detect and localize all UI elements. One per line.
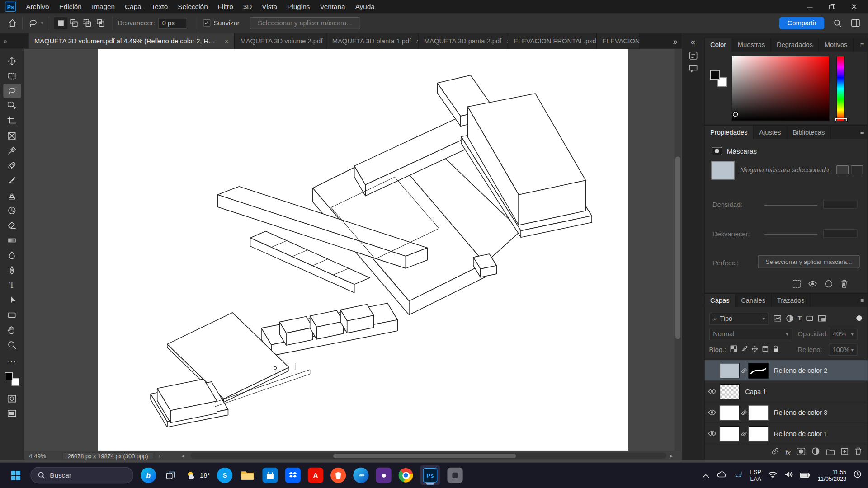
clone-stamp-tool[interactable]: [3, 188, 21, 202]
panel-menu-icon[interactable]: ≡: [860, 38, 864, 51]
home-button[interactable]: [8, 18, 17, 28]
menu-filtro[interactable]: Filtro: [213, 0, 238, 13]
history-panel-icon[interactable]: [682, 49, 704, 62]
layer-row-relleno1[interactable]: Relleno de color 1: [705, 423, 868, 445]
menu-imagen[interactable]: Imagen: [87, 0, 120, 13]
chrome-icon[interactable]: [399, 468, 413, 483]
lock-artboard-icon[interactable]: [762, 345, 769, 355]
panel-menu-icon[interactable]: ≡: [860, 294, 864, 307]
antialias-checkbox[interactable]: ✓: [203, 19, 210, 27]
feather-input[interactable]: [158, 18, 187, 28]
file-explorer-icon[interactable]: [240, 468, 255, 483]
panel-menu-icon[interactable]: ≡: [860, 126, 864, 139]
tab-elevacion-2[interactable]: ELEVACION: [597, 33, 640, 48]
menu-capa[interactable]: Capa: [120, 0, 146, 13]
document-canvas[interactable]: [98, 49, 628, 451]
minimize-button[interactable]: [801, 0, 820, 13]
color-swatches[interactable]: [5, 372, 19, 385]
layer-thumbnail[interactable]: [720, 384, 740, 399]
quick-mask-button[interactable]: [3, 391, 21, 406]
menu-ventana[interactable]: Ventana: [315, 0, 350, 13]
path-selection-tool[interactable]: [3, 293, 21, 307]
brave-icon[interactable]: [330, 468, 346, 483]
blur-tool[interactable]: [3, 248, 21, 263]
horizontal-scrollbar[interactable]: [190, 453, 666, 459]
battery-icon[interactable]: [800, 470, 811, 480]
tab-maqueta-planta1[interactable]: MAQUETA 3D planta 1.pdf ×: [326, 33, 418, 48]
apply-mask-icon[interactable]: [824, 279, 833, 290]
blend-mode-select[interactable]: Normal ▾: [709, 328, 793, 340]
new-layer-icon[interactable]: [841, 447, 849, 457]
store-icon[interactable]: [263, 468, 278, 483]
tab-propiedades[interactable]: Propiedades: [705, 126, 754, 139]
filter-adjustment-icon[interactable]: [786, 314, 794, 325]
pixel-mask-button[interactable]: [836, 165, 849, 174]
delete-layer-icon[interactable]: [855, 447, 862, 457]
onedrive-icon[interactable]: [717, 470, 727, 480]
fill-value-box[interactable]: 100% ▾: [829, 343, 858, 356]
move-tool[interactable]: [3, 54, 21, 68]
history-brush-tool[interactable]: [3, 203, 21, 217]
layer-mask-thumbnail[interactable]: [749, 405, 769, 420]
filter-type-icon[interactable]: T: [797, 314, 802, 325]
layer-thumbnail[interactable]: [720, 405, 740, 420]
lock-pixels-icon[interactable]: [741, 345, 748, 355]
visibility-toggle[interactable]: [705, 409, 720, 415]
start-button[interactable]: [8, 468, 23, 483]
share-button[interactable]: Compartir: [779, 17, 824, 29]
color-cursor[interactable]: [733, 112, 738, 117]
layer-name[interactable]: Relleno de color 3: [774, 408, 827, 416]
object-selection-tool[interactable]: [3, 99, 21, 113]
lock-position-icon[interactable]: [751, 345, 759, 355]
shape-tool[interactable]: [3, 308, 21, 322]
workspace-switcher-button[interactable]: [851, 19, 860, 27]
link-layers-icon[interactable]: [771, 447, 779, 457]
layer-filter-select[interactable]: ⌕ Tipo ▾: [709, 313, 769, 325]
layer-thumbnail[interactable]: [720, 426, 740, 441]
clock[interactable]: 11:55 11/05/2023: [818, 469, 846, 482]
density-slider[interactable]: [764, 205, 818, 206]
tab-maqueta-volume2[interactable]: MAQUETA 3D volume 2.pdf ×: [235, 33, 326, 48]
lock-all-icon[interactable]: [772, 345, 779, 355]
selection-mode-new[interactable]: [54, 17, 67, 29]
search-button[interactable]: [833, 19, 842, 28]
skype-icon[interactable]: S: [217, 468, 232, 483]
menu-edicion[interactable]: Edición: [54, 0, 87, 13]
comments-panel-icon[interactable]: [682, 62, 704, 75]
eraser-tool[interactable]: [3, 218, 21, 232]
layer-row-capa1[interactable]: Capa 1: [705, 381, 868, 403]
type-tool[interactable]: T: [3, 278, 21, 292]
purple-app-icon[interactable]: [376, 468, 392, 483]
adobe-icon[interactable]: A: [308, 468, 323, 483]
menu-texto[interactable]: Texto: [146, 0, 173, 13]
filter-smart-object-icon[interactable]: [818, 314, 826, 325]
frame-tool[interactable]: [3, 128, 21, 143]
visibility-toggle[interactable]: [705, 431, 720, 436]
tray-expand-icon[interactable]: [703, 470, 709, 480]
tab-elevacion-frontal[interactable]: ELEVACION FRONTAL.psd ×: [508, 33, 597, 48]
delete-icon[interactable]: [840, 279, 848, 290]
lock-transparency-icon[interactable]: [730, 345, 737, 355]
toolbar-more-button[interactable]: …: [3, 352, 21, 367]
dock-collapse-icon[interactable]: «: [682, 35, 704, 48]
pen-tool[interactable]: [3, 263, 21, 277]
vertical-scrollbar-thumb[interactable]: [675, 157, 680, 339]
hand-tool[interactable]: [3, 323, 21, 337]
current-tool-preset[interactable]: ▾: [28, 18, 43, 28]
tab-motivos[interactable]: Motivos: [819, 38, 854, 51]
layer-mask-thumbnail[interactable]: [749, 426, 769, 441]
wifi-icon[interactable]: [769, 470, 778, 480]
tab-trazados[interactable]: Trazados: [772, 294, 811, 307]
brush-tool[interactable]: [3, 173, 21, 188]
select-and-mask-button[interactable]: Seleccionar y aplicar máscara...: [250, 17, 360, 29]
filter-pixel-icon[interactable]: [774, 314, 782, 325]
healing-brush-tool[interactable]: [3, 158, 21, 173]
foreground-swatch[interactable]: [710, 70, 720, 80]
tab-bibliotecas[interactable]: Bibliotecas: [787, 126, 831, 139]
layer-row-relleno3[interactable]: Relleno de color 3: [705, 402, 868, 423]
notifications-icon[interactable]: [854, 470, 861, 480]
scroll-left-icon[interactable]: ◂: [182, 453, 184, 459]
layer-name[interactable]: Capa 1: [745, 388, 766, 395]
photoshop-taskbar-icon[interactable]: Ps: [420, 465, 440, 485]
menu-vista[interactable]: Vista: [257, 0, 282, 13]
